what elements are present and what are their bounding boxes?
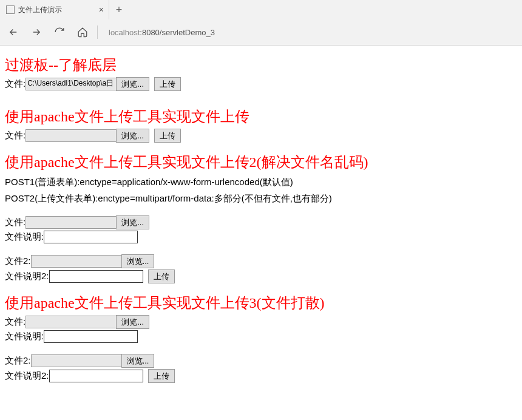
section1-heading: 过渡板--了解底层 (5, 55, 517, 75)
file-path-display (25, 129, 117, 142)
file-path-display (25, 316, 117, 328)
file-path-display: C:\Users\adl1\Desktop\a日 (25, 78, 117, 90)
section2-file-row: 文件: 浏览... 上传 (5, 129, 517, 143)
new-tab-button[interactable]: + (109, 4, 129, 16)
browse-button[interactable]: 浏览... (121, 254, 155, 268)
browser-chrome: 文件上传演示 × + localhost:8080/servletDemo_3 (0, 0, 522, 46)
url-path: /servletDemo_3 (160, 28, 215, 37)
browser-tab[interactable]: 文件上传演示 × (0, 0, 109, 19)
browse-button[interactable]: 浏览... (116, 129, 149, 143)
page-icon (6, 5, 15, 14)
url-host: localhost (109, 28, 140, 37)
upload-button[interactable]: 上传 (154, 129, 181, 143)
desc2-label: 文件说明2: (5, 271, 49, 282)
section4-desc2-row: 文件说明2: 上传 (5, 369, 517, 383)
file2-label: 文件2: (5, 355, 31, 367)
desc2-label: 文件说明2: (5, 370, 49, 382)
section3-file2-row: 文件2: 浏览... (5, 254, 517, 268)
section2-heading: 使用apache文件上传工具实现文件上传 (5, 107, 517, 126)
browse-button[interactable]: 浏览... (121, 354, 155, 368)
desc-label: 文件说明: (5, 231, 44, 243)
file-input[interactable]: 浏览... (25, 215, 149, 229)
file-path-display (31, 354, 122, 367)
browse-button[interactable]: 浏览... (116, 77, 149, 91)
upload-button[interactable]: 上传 (148, 369, 175, 383)
upload-button[interactable]: 上传 (148, 269, 175, 283)
close-icon[interactable]: × (99, 5, 104, 15)
file-input[interactable]: C:\Users\adl1\Desktop\a日 浏览... (25, 77, 149, 91)
section4-desc-row: 文件说明: (5, 330, 517, 343)
file-path-display (25, 216, 117, 229)
address-bar[interactable]: localhost:8080/servletDemo_3 (106, 28, 515, 37)
url-port: :8080 (140, 28, 160, 37)
browse-button[interactable]: 浏览... (116, 315, 149, 329)
browser-toolbar: localhost:8080/servletDemo_3 (0, 19, 522, 45)
section3-file-row: 文件: 浏览... (5, 215, 517, 229)
section3-heading: 使用apache文件上传工具实现文件上传2(解决文件名乱码) (5, 152, 517, 172)
file2-label: 文件2: (5, 256, 31, 267)
refresh-button[interactable] (53, 26, 66, 38)
tab-title: 文件上传演示 (18, 5, 62, 15)
back-button[interactable] (7, 26, 19, 38)
section4-heading: 使用apache文件上传工具实现文件上传3(文件打散) (5, 293, 517, 313)
section3-desc-row: 文件说明: (5, 231, 517, 243)
section1-file-row: 文件: C:\Users\adl1\Desktop\a日 浏览... 上传 (5, 77, 517, 91)
file-path-display (31, 255, 122, 268)
home-button[interactable] (76, 26, 89, 38)
page-content: 过渡板--了解底层 文件: C:\Users\adl1\Desktop\a日 浏… (0, 46, 522, 390)
file-input[interactable]: 浏览... (25, 129, 149, 143)
file-label: 文件: (5, 130, 25, 141)
file-label: 文件: (5, 78, 25, 90)
upload-button[interactable]: 上传 (154, 77, 181, 91)
file-description2-input[interactable] (49, 270, 143, 283)
file-label: 文件: (5, 316, 25, 328)
section4-file-row: 文件: 浏览... (5, 315, 517, 329)
file-description-input[interactable] (44, 231, 138, 243)
tab-bar: 文件上传演示 × + (0, 0, 522, 19)
file-input[interactable]: 浏览... (25, 315, 149, 329)
file-label: 文件: (5, 217, 25, 228)
post1-description: POST1(普通表单):enctype=application/x-www-fo… (5, 177, 517, 188)
file-description-input[interactable] (44, 330, 138, 343)
forward-button[interactable] (30, 26, 42, 38)
file-input[interactable]: 浏览... (31, 354, 155, 368)
toolbar-divider (97, 25, 98, 39)
file-input[interactable]: 浏览... (31, 254, 155, 268)
post2-description: POST2(上传文件表单):enctype=multipart/form-dat… (5, 193, 517, 205)
desc-label: 文件说明: (5, 331, 44, 342)
section3-desc2-row: 文件说明2: 上传 (5, 269, 517, 283)
file-description2-input[interactable] (49, 370, 143, 382)
section4-file2-row: 文件2: 浏览... (5, 354, 517, 368)
browse-button[interactable]: 浏览... (116, 215, 149, 229)
